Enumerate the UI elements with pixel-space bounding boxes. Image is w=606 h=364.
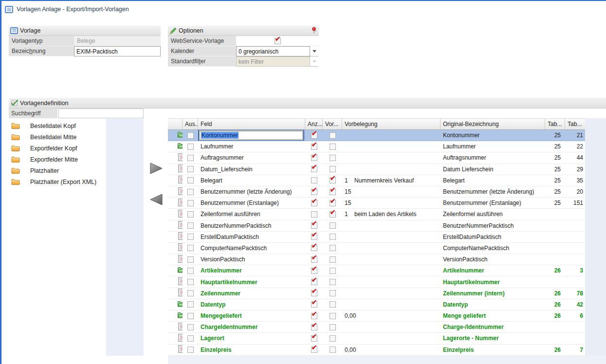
aus-checkbox[interactable] — [187, 155, 194, 161]
vor-checkbox[interactable] — [330, 268, 336, 274]
aus-checkbox[interactable] — [187, 313, 194, 319]
tab1-cell[interactable]: 25 — [545, 141, 565, 152]
anz-checkbox[interactable] — [311, 346, 317, 353]
vor-checkbox[interactable] — [330, 166, 336, 172]
feld-cell[interactable]: VersionPacktisch — [198, 254, 305, 265]
folder-item[interactable]: Bestelldatei Kopf — [9, 120, 106, 131]
table-row[interactable]: BenutzerNummerPacktisch BenutzerNummerPa… — [168, 220, 585, 232]
tab2-cell[interactable] — [565, 220, 585, 231]
column-header[interactable]: Feld — [198, 118, 305, 129]
feld-cell[interactable]: Artikelnummer — [198, 265, 305, 276]
original-cell[interactable]: Datum Lieferschein — [441, 164, 545, 175]
vor-checkbox[interactable] — [330, 200, 336, 206]
vor-checkbox[interactable] — [330, 177, 336, 183]
feld-edit-box[interactable]: Kontonummer — [198, 130, 304, 141]
column-header[interactable]: Vorbelegung — [342, 118, 441, 129]
original-cell[interactable]: ComputerNamePacktisch — [441, 243, 545, 254]
tab2-cell[interactable]: 42 — [565, 299, 585, 310]
feld-cell[interactable]: ErstellDatumPacktisch — [198, 232, 305, 242]
aus-checkbox[interactable] — [187, 256, 194, 263]
tab2-cell[interactable] — [565, 209, 585, 219]
tab2-cell[interactable] — [565, 243, 585, 254]
kalender-dropdown[interactable]: 0 gregorianisch — [236, 46, 310, 56]
feld-cell[interactable]: BenutzerNummerPacktisch — [198, 220, 305, 231]
anz-checkbox[interactable] — [311, 200, 317, 206]
vor-checkbox[interactable] — [330, 144, 336, 150]
original-cell[interactable]: Zeilenformel ausführen — [441, 209, 545, 219]
feld-cell[interactable]: Einzelpreis — [198, 345, 305, 355]
vorbelegung-cell[interactable] — [342, 220, 441, 231]
column-header[interactable]: Anz... — [305, 118, 323, 129]
original-cell[interactable]: Charge-/Identnummer — [441, 322, 545, 332]
tab2-cell[interactable]: 35 — [565, 175, 585, 186]
column-header[interactable]: Vor... — [323, 118, 342, 129]
table-row[interactable]: Hauptartikelnummer Hauptartikelnummer — [168, 276, 585, 288]
table-row[interactable]: ChargeIdentnummer Charge-/Identnummer — [168, 322, 585, 333]
tab2-cell[interactable]: 22 — [565, 141, 585, 152]
original-cell[interactable]: Menge geliefert — [441, 310, 545, 321]
feld-cell[interactable]: ComputerNamePacktisch — [198, 243, 305, 254]
vorbelegung-cell[interactable]: 1 Nummernkreis Verkauf — [342, 175, 441, 186]
feld-cell[interactable]: Mengegeliefert — [198, 310, 305, 321]
vor-checkbox[interactable] — [330, 301, 336, 308]
move-left-button[interactable] — [150, 194, 164, 205]
tab1-cell[interactable] — [545, 220, 565, 231]
table-row[interactable]: Mengegeliefert 0,00 Menge geliefert 26 6 — [168, 310, 585, 322]
table-row[interactable]: Zeilenformel ausführen 1 beim Laden des … — [168, 209, 585, 220]
table-row[interactable]: Datum_Lieferschein Datum Lieferschein 25… — [168, 164, 585, 175]
original-cell[interactable]: VersionPacktisch — [441, 254, 545, 265]
table-row[interactable]: Laufnummer Laufnummer 25 22 — [168, 141, 585, 152]
feld-cell[interactable]: Zeilennummer — [198, 288, 305, 299]
feld-cell[interactable]: Hauptartikelnummer — [198, 276, 305, 287]
search-input[interactable] — [58, 109, 144, 118]
original-cell[interactable]: ErstellDatumPacktisch — [441, 232, 545, 242]
vor-checkbox[interactable] — [330, 290, 336, 296]
column-header[interactable] — [168, 118, 183, 129]
table-row[interactable]: VersionPacktisch VersionPacktisch — [168, 254, 585, 265]
table-row[interactable]: ComputerNamePacktisch ComputerNamePackti… — [168, 243, 585, 254]
tab2-cell[interactable]: 6 — [565, 310, 585, 321]
vorbelegung-cell[interactable]: 1 beim Laden des Artikels — [342, 209, 441, 219]
original-cell[interactable]: Benutzernummer (Erstanlage) — [441, 198, 545, 208]
vorbelegung-cell[interactable] — [342, 288, 441, 299]
anz-checkbox[interactable] — [311, 313, 317, 319]
table-row[interactable]: Auftragsnummer Auftragsnummer 25 44 — [168, 152, 585, 164]
vorbelegung-cell[interactable] — [342, 322, 441, 332]
vorbelegung-cell[interactable] — [342, 232, 441, 242]
original-cell[interactable]: Einzelpreis — [441, 345, 545, 355]
aus-checkbox[interactable] — [187, 324, 194, 330]
vor-checkbox[interactable] — [330, 189, 336, 195]
original-cell[interactable]: Zeilennummer (intern) — [441, 288, 545, 299]
pin-icon[interactable] — [311, 27, 317, 36]
aus-checkbox[interactable] — [187, 211, 194, 218]
feld-cell[interactable]: Benutzernummer (letzte Änderung) — [198, 186, 305, 197]
aus-checkbox[interactable] — [187, 222, 194, 229]
tab2-cell[interactable] — [565, 322, 585, 332]
anz-checkbox[interactable] — [311, 290, 317, 296]
tab1-cell[interactable]: 25 — [545, 186, 565, 197]
aus-checkbox[interactable] — [187, 200, 194, 206]
folder-item[interactable]: Exportfelder Kopf — [9, 143, 106, 154]
anz-checkbox[interactable] — [311, 245, 317, 251]
anz-checkbox[interactable] — [311, 279, 317, 285]
column-header[interactable]: Aus... — [183, 118, 198, 129]
tab1-cell[interactable] — [545, 322, 565, 332]
table-row[interactable]: Datentyp Datentyp 26 42 — [168, 299, 585, 310]
aus-checkbox[interactable] — [187, 335, 194, 342]
anz-checkbox[interactable] — [311, 335, 317, 342]
tab1-cell[interactable] — [545, 333, 565, 344]
tab1-cell[interactable]: 25 — [545, 198, 565, 208]
vorbelegung-cell[interactable] — [342, 164, 441, 175]
column-header[interactable]: Tab... — [545, 118, 565, 129]
tab1-cell[interactable] — [545, 209, 565, 219]
column-header[interactable]: Tab... — [565, 118, 585, 129]
anz-checkbox[interactable] — [311, 144, 317, 150]
bezeichnung-field[interactable] — [74, 46, 161, 56]
tab2-cell[interactable]: 21 — [565, 130, 585, 141]
tab2-cell[interactable]: 3 — [565, 265, 585, 276]
anz-checkbox[interactable] — [311, 268, 317, 274]
original-cell[interactable]: Belegart — [441, 175, 545, 186]
vor-checkbox[interactable] — [330, 324, 336, 330]
column-header[interactable]: Original-Bezeichnung — [441, 118, 545, 129]
tab2-cell[interactable]: 20 — [565, 186, 585, 197]
